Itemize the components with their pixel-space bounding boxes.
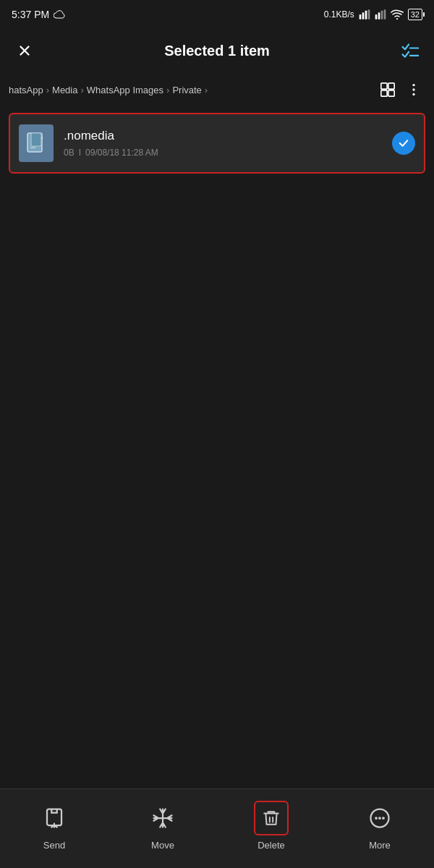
svg-point-29	[382, 817, 385, 820]
svg-rect-1	[362, 12, 364, 19]
file-type-icon	[19, 124, 54, 162]
cloud-icon	[54, 9, 65, 20]
close-icon	[17, 43, 33, 59]
breadcrumb: hatsApp › Media › WhatsApp Images › Priv…	[0, 72, 434, 107]
svg-rect-11	[381, 83, 387, 89]
svg-point-28	[378, 817, 381, 820]
svg-point-8	[396, 18, 398, 20]
meta-separator: I	[79, 148, 81, 158]
move-icon-wrap	[145, 801, 180, 835]
move-action[interactable]: Move	[141, 801, 184, 851]
signal2-icon	[375, 9, 386, 20]
breadcrumb-sep-2: ›	[80, 85, 83, 95]
send-label: Send	[43, 840, 65, 851]
svg-rect-14	[388, 90, 394, 96]
file-date: 09/08/18 11:28 AM	[85, 148, 158, 158]
file-meta: 0B I 09/08/18 11:28 AM	[64, 148, 382, 158]
breadcrumb-part-3: WhatsApp Images	[87, 85, 163, 95]
send-action[interactable]: Send	[33, 801, 76, 851]
status-bar: 5:37 PM 0.1KB/s 32	[0, 0, 434, 29]
svg-rect-2	[365, 11, 367, 20]
delete-action[interactable]: Delete	[250, 801, 293, 851]
view-toggle-button[interactable]	[376, 78, 399, 101]
svg-rect-4	[375, 14, 377, 20]
document-icon	[26, 132, 46, 155]
wifi-icon	[391, 9, 404, 20]
send-icon-wrap	[37, 801, 72, 835]
more-options-button[interactable]	[402, 78, 425, 101]
time-text: 5:37 PM	[12, 9, 49, 20]
file-size: 0B	[64, 148, 75, 158]
breadcrumb-part-2: Media	[52, 85, 77, 95]
file-item[interactable]: .nomedia 0B I 09/08/18 11:28 AM	[9, 113, 425, 174]
app-bar: Selected 1 item	[0, 29, 434, 72]
more-icon-wrap	[362, 801, 397, 835]
breadcrumb-part-1: hatsApp	[9, 85, 43, 95]
delete-label: Delete	[258, 840, 285, 851]
svg-rect-6	[380, 11, 383, 20]
svg-rect-13	[381, 90, 387, 96]
breadcrumb-part-4: Private	[172, 85, 201, 95]
file-info: .nomedia 0B I 09/08/18 11:28 AM	[64, 129, 382, 158]
status-time: 5:37 PM	[12, 9, 65, 20]
delete-icon	[262, 809, 281, 827]
svg-rect-5	[378, 12, 380, 19]
breadcrumb-sep-1: ›	[46, 85, 49, 95]
bottom-action-bar: Send Move Delete	[0, 788, 434, 868]
more-label: More	[369, 840, 391, 851]
svg-rect-7	[383, 9, 386, 19]
svg-rect-3	[367, 9, 370, 19]
breadcrumb-sep-3: ›	[166, 85, 169, 95]
move-label: Move	[151, 840, 174, 851]
network-speed: 0.1KB/s	[324, 9, 354, 20]
svg-point-17	[412, 93, 414, 95]
more-action[interactable]: More	[358, 801, 401, 851]
move-icon	[152, 807, 174, 829]
close-button[interactable]	[12, 38, 38, 64]
selection-check	[392, 132, 415, 155]
page-title: Selected 1 item	[38, 43, 396, 59]
send-icon	[43, 807, 65, 829]
file-name: .nomedia	[64, 129, 382, 143]
battery-level: 32	[411, 10, 420, 19]
svg-rect-12	[388, 83, 394, 89]
vertical-dots-icon	[406, 82, 422, 98]
delete-icon-wrap	[254, 801, 289, 835]
svg-point-15	[412, 84, 414, 86]
select-all-button[interactable]	[396, 38, 422, 64]
status-right: 0.1KB/s 32	[324, 9, 422, 20]
svg-rect-22	[31, 133, 41, 146]
signal-icon	[359, 9, 370, 20]
select-all-icon	[400, 43, 419, 59]
breadcrumb-sep-4: ›	[205, 85, 208, 95]
checkmark-icon	[397, 137, 410, 150]
svg-point-27	[375, 817, 378, 820]
grid-view-icon	[380, 82, 396, 98]
battery-icon: 32	[408, 9, 422, 20]
more-dots-icon	[369, 807, 391, 829]
svg-point-16	[412, 88, 414, 90]
file-list: .nomedia 0B I 09/08/18 11:28 AM	[0, 107, 434, 179]
svg-rect-0	[359, 14, 361, 20]
